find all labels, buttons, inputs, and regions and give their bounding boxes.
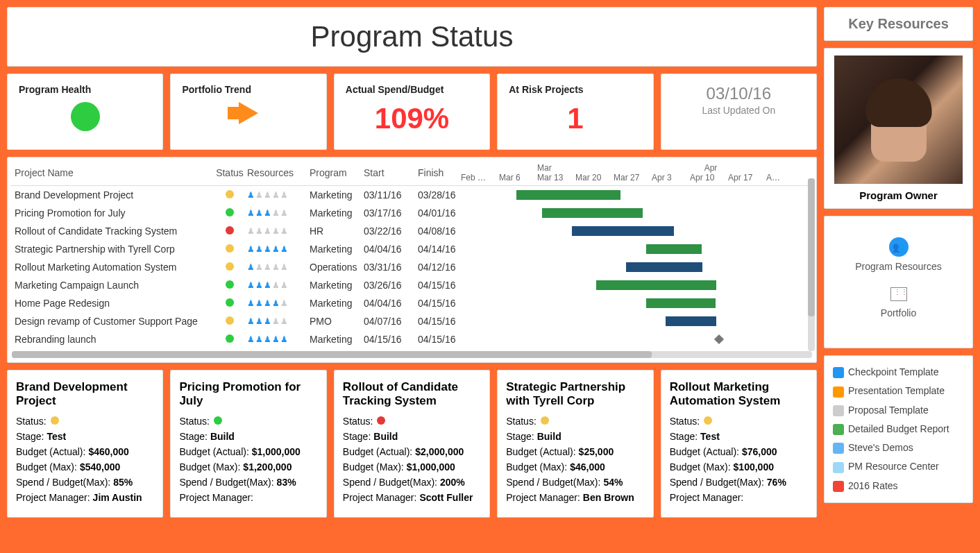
timeline-week: Apr 3 bbox=[652, 173, 690, 182]
project-card[interactable]: Brand Development ProjectStatus:Stage:Te… bbox=[7, 370, 163, 518]
card-field-value: $100,000 bbox=[734, 461, 774, 473]
card-field-value: $46,000 bbox=[570, 461, 605, 473]
risk-value: 1 bbox=[567, 102, 583, 135]
project-card[interactable]: Rollout of Candidate Tracking SystemStat… bbox=[334, 370, 490, 518]
status-dot-icon bbox=[226, 334, 234, 343]
card-title: Pricing Promotion for July bbox=[179, 380, 317, 409]
gantt-bar[interactable] bbox=[646, 298, 716, 308]
resource-icon: ♟ bbox=[264, 298, 271, 308]
updated-date: 03/10/16 bbox=[673, 84, 805, 103]
resource-icon: ♟ bbox=[272, 316, 280, 326]
gantt-cell bbox=[461, 333, 809, 346]
card-field-value: $2,000,000 bbox=[415, 446, 464, 457]
card-field-label: Status: bbox=[179, 416, 210, 427]
resource-icon: ♟ bbox=[255, 334, 263, 344]
resource-icon: ♟ bbox=[264, 208, 271, 218]
resource-icon: ♟ bbox=[255, 298, 263, 308]
card-field-label: Budget (Max): bbox=[670, 461, 731, 473]
resource-icon: ♟ bbox=[272, 298, 280, 308]
program-cell: Marketing bbox=[310, 189, 364, 201]
table-row[interactable]: Rebranding launch♟♟♟♟♟Marketing04/15/160… bbox=[10, 330, 813, 348]
table-row[interactable]: Rollout Marketing Automation System♟♟♟♟♟… bbox=[10, 258, 813, 276]
portfolio-icon bbox=[890, 287, 907, 301]
start-cell: 04/07/16 bbox=[364, 316, 418, 327]
resource-icon: ♟ bbox=[272, 190, 280, 200]
card-field-label: Budget (Actual): bbox=[16, 446, 85, 457]
gantt-bar[interactable] bbox=[572, 226, 674, 236]
resource-icon: ♟ bbox=[247, 262, 255, 272]
card-field-label: Project Manager: bbox=[343, 492, 417, 503]
milestone-icon bbox=[714, 334, 724, 344]
card-field-label: Budget (Actual): bbox=[670, 446, 739, 457]
status-dot-icon bbox=[704, 416, 712, 425]
resource-icon: ♟ bbox=[280, 244, 288, 254]
gantt-bar[interactable] bbox=[626, 262, 702, 272]
horizontal-scrollbar[interactable] bbox=[12, 351, 812, 358]
finish-cell: 04/12/16 bbox=[418, 262, 461, 273]
resource-icon: ♟ bbox=[247, 226, 255, 236]
resource-icon: ♟ bbox=[264, 334, 271, 344]
resource-link[interactable]: Presentation Template bbox=[833, 382, 964, 400]
gantt-bar[interactable] bbox=[666, 316, 716, 326]
program-owner-panel: Program Owner bbox=[824, 48, 973, 209]
card-field-value: $1,000,000 bbox=[407, 461, 455, 473]
table-row[interactable]: Brand Development Project♟♟♟♟♟Marketing0… bbox=[10, 186, 813, 204]
card-field-value: Build bbox=[210, 431, 235, 442]
timeline-week: Mar 6 bbox=[499, 173, 537, 182]
timeline-week: Mar 13 bbox=[537, 173, 575, 182]
table-row[interactable]: Pricing Promotion for July♟♟♟♟♟Marketing… bbox=[10, 204, 813, 222]
project-name: Brand Development Project bbox=[15, 189, 212, 201]
resources-panel: 👥 Program Resources Portfolio bbox=[824, 216, 973, 348]
gantt-cell bbox=[461, 297, 809, 309]
gantt-bar[interactable] bbox=[646, 244, 702, 254]
gantt-bar[interactable] bbox=[542, 208, 643, 218]
status-dot-icon bbox=[226, 208, 234, 216]
table-row[interactable]: Design revamp of Customer Support Page♟♟… bbox=[10, 312, 813, 330]
col-header-program[interactable]: Program bbox=[310, 167, 364, 178]
portfolio-link[interactable]: Portfolio bbox=[831, 287, 965, 318]
resource-icon: ♟ bbox=[280, 334, 288, 344]
resource-icon: ♟ bbox=[264, 226, 271, 236]
project-name: Pricing Promotion for July bbox=[15, 207, 212, 219]
finish-cell: 04/14/16 bbox=[418, 244, 461, 255]
resource-link[interactable]: Steve's Demos bbox=[833, 439, 964, 457]
program-resources-link[interactable]: 👥 Program Resources bbox=[831, 237, 965, 272]
gantt-cell bbox=[461, 243, 809, 255]
table-row[interactable]: Rollout of Candidate Tracking System♟♟♟♟… bbox=[10, 222, 813, 240]
kpi-spend-budget: Actual Spend/Budget 109% bbox=[334, 74, 490, 150]
resource-link[interactable]: Detailed Budget Report bbox=[833, 420, 964, 439]
resource-icon: ♟ bbox=[272, 244, 280, 254]
resource-link[interactable]: Checkpoint Template bbox=[833, 363, 964, 382]
resource-icon: ♟ bbox=[255, 226, 263, 236]
gantt-bar[interactable] bbox=[516, 190, 620, 200]
resource-link[interactable]: Proposal Template bbox=[833, 401, 964, 420]
gantt-bar[interactable] bbox=[596, 280, 716, 290]
col-header-name[interactable]: Project Name bbox=[15, 167, 212, 178]
timeline-week: Apr 10 bbox=[690, 173, 728, 182]
col-header-resources[interactable]: Resources bbox=[247, 167, 310, 178]
vertical-scrollbar[interactable] bbox=[808, 178, 815, 351]
resource-icon: ♟ bbox=[247, 280, 255, 290]
col-header-start[interactable]: Start bbox=[364, 167, 418, 178]
project-card[interactable]: Rollout Marketing Automation SystemStatu… bbox=[661, 370, 817, 518]
col-header-status[interactable]: Status bbox=[212, 167, 247, 178]
project-name: Rollout Marketing Automation System bbox=[15, 262, 212, 273]
table-row[interactable]: Marketing Campaign Launch♟♟♟♟♟Marketing0… bbox=[10, 276, 813, 294]
resource-link[interactable]: 2016 Rates bbox=[833, 477, 964, 495]
project-card[interactable]: Pricing Promotion for JulyStatus:Stage:B… bbox=[170, 370, 326, 518]
card-field-label: Spend / Budget(Max): bbox=[670, 477, 764, 488]
resource-icon: ♟ bbox=[272, 226, 280, 236]
finish-cell: 04/01/16 bbox=[418, 207, 461, 219]
resource-icon: ♟ bbox=[280, 262, 288, 272]
table-row[interactable]: Strategic Partnership with Tyrell Corp♟♟… bbox=[10, 240, 813, 258]
resource-link[interactable]: PM Resource Center bbox=[833, 457, 964, 476]
col-header-finish[interactable]: Finish bbox=[418, 167, 461, 178]
updated-label: Last Updated On bbox=[673, 105, 805, 116]
card-field-label: Status: bbox=[16, 416, 47, 427]
card-field-value: Test bbox=[700, 431, 720, 442]
table-row[interactable]: Home Page Redesign♟♟♟♟♟Marketing04/04/16… bbox=[10, 294, 813, 312]
status-dot-icon bbox=[226, 262, 234, 271]
owner-avatar[interactable] bbox=[834, 56, 963, 184]
card-field-label: Project Manager: bbox=[670, 492, 744, 503]
project-card[interactable]: Strategic Partnership with Tyrell CorpSt… bbox=[497, 370, 653, 518]
